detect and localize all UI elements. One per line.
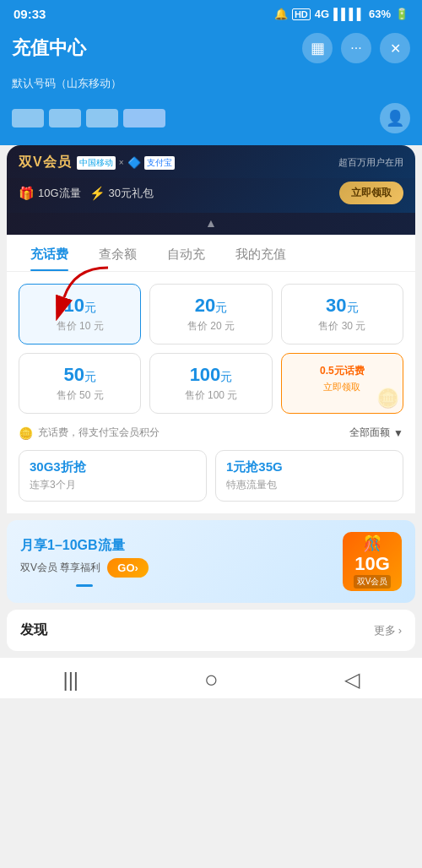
monthly-banner: 月享1–10GB流量 双V会员 尊享福利 GO› 🎊 10G 双V会员 [7, 520, 415, 603]
benefit-coupon-label: 30元礼包 [109, 186, 154, 201]
signal-icon: ▌▌▌▌ [333, 8, 365, 20]
vip-left: 双V会员 中国移动 × 🔷 支付宝 [19, 154, 175, 171]
vip-tag: 双V会员 [19, 154, 72, 171]
page-title: 充值中心 [12, 35, 86, 61]
coin-icon: 🪙 [376, 388, 399, 410]
monthly-title: 月享1–10GB流量 [20, 537, 149, 555]
amount-100[interactable]: 100元 售价 100 元 [149, 353, 272, 414]
monthly-left: 月享1–10GB流量 双V会员 尊享福利 GO› [20, 537, 149, 587]
points-left: 🪙 充话费，得支付宝会员积分 [19, 426, 160, 440]
amount-10[interactable]: 10元 售价 10 元 [19, 284, 141, 344]
person-icon: 👤 [386, 109, 404, 127]
amounts-section: 10元 售价 10 元 20元 售价 20 元 30元 售价 30 元 [7, 272, 415, 420]
amounts-grid: 10元 售价 10 元 20元 售价 20 元 30元 售价 30 元 [7, 272, 415, 420]
close-icon: ✕ [390, 41, 401, 57]
amount-20[interactable]: 20元 售价 20 元 [149, 284, 272, 344]
chevron-up-icon: ▲ [205, 216, 217, 230]
monthly-sub: 双V会员 尊享福利 GO› [20, 558, 149, 578]
coupon-icon: ⚡ [89, 186, 106, 201]
status-bar: 09:33 🔔 HD 4G ▌▌▌▌ 63% 🔋 [0, 0, 422, 26]
tab-recharge[interactable]: 充话费 [15, 235, 84, 271]
points-note: 🪙 充话费，得支付宝会员积分 全部面额 ▼ [7, 420, 415, 447]
collapse-row[interactable]: ▲ [7, 213, 415, 235]
avatar-button[interactable]: 👤 [380, 103, 410, 133]
claim-button[interactable]: 立即领取 [339, 182, 403, 204]
cross-icon: × [119, 158, 124, 167]
alarm-icon: 🔔 [274, 8, 288, 20]
more-icon: ··· [350, 41, 361, 56]
more-button[interactable]: ··· [341, 33, 371, 63]
more-link[interactable]: 更多 › [374, 623, 402, 638]
sub-header: 默认号码（山东移动） [0, 73, 422, 98]
tab-my-recharge[interactable]: 我的充值 [220, 235, 301, 271]
amount-value: 10元 [26, 295, 133, 317]
phone-block-2 [49, 109, 81, 127]
amount-special[interactable]: 0.5元话费 立即领取 🪙 [281, 353, 403, 414]
hd-badge: HD [292, 8, 311, 20]
amount-value-20: 20元 [157, 295, 264, 317]
gift-icon: 🎁 [19, 186, 35, 201]
amount-value-30: 30元 [289, 295, 396, 317]
page-indicator [20, 584, 149, 587]
discover-section: 发现 更多 › [7, 610, 415, 651]
phone-block-1 [12, 109, 44, 127]
phone-digits [12, 109, 165, 127]
benefits-row: 🎁 10G流量 ⚡ 30元礼包 立即领取 [7, 178, 415, 213]
tab-auto[interactable]: 自动充 [152, 235, 220, 271]
data-pkg-1[interactable]: 30G3折抢 连享3个月 [19, 450, 207, 502]
header: 充值中心 ▦ ··· ✕ [0, 26, 422, 73]
header-actions: ▦ ··· ✕ [302, 33, 410, 63]
battery-icon: 🔋 [395, 8, 408, 20]
network-icon: 4G [315, 8, 329, 20]
amount-value-50: 50元 [26, 364, 133, 386]
benefit-traffic-label: 10G流量 [38, 186, 81, 201]
alipay-logo: 支付宝 [144, 156, 175, 170]
benefit-coupon: ⚡ 30元礼包 [89, 186, 154, 201]
benefit-traffic: 🎁 10G流量 [19, 186, 81, 201]
close-button[interactable]: ✕ [380, 33, 410, 63]
qr-icon: ▦ [311, 39, 325, 57]
gift-decoration: 🎊 [363, 534, 381, 553]
status-time: 09:33 [14, 7, 46, 21]
bottom-nav: ||| ○ ◁ [0, 658, 422, 698]
tabs: 充话费 查余额 自动充 我的充值 [7, 235, 415, 272]
tab-balance[interactable]: 查余额 [84, 235, 152, 271]
main-card: 双V会员 中国移动 × 🔷 支付宝 超百万用户在用 🎁 10G流量 ⚡ 30元礼… [7, 145, 415, 513]
phone-number-row: 👤 [0, 98, 422, 145]
all-amounts-link[interactable]: 全部面额 ▼ [349, 426, 403, 440]
vip-logos: 中国移动 × 🔷 支付宝 [77, 156, 175, 170]
discover-title: 发现 [20, 621, 47, 639]
phone-block-3 [86, 109, 118, 127]
china-mobile-logo: 中国移动 [77, 156, 116, 170]
vip-user-count: 超百万用户在用 [338, 156, 403, 169]
package-visual: 🎊 10G 双V会员 [343, 532, 402, 591]
points-text: 充话费，得支付宝会员积分 [38, 426, 160, 440]
qr-button[interactable]: ▦ [302, 33, 333, 63]
data-pkg-2[interactable]: 1元抢35G 特惠流量包 [215, 450, 403, 502]
battery-percent: 63% [369, 8, 391, 20]
data-packages: 30G3折抢 连享3个月 1元抢35G 特惠流量包 [7, 447, 415, 513]
home-nav-icon[interactable]: ○ [204, 666, 219, 693]
default-number-label: 默认号码（山东移动） [12, 77, 122, 90]
amount-value-100: 100元 [157, 364, 264, 386]
amount-30[interactable]: 30元 售价 30 元 [281, 284, 403, 344]
more-chevron-icon: › [398, 624, 402, 637]
back-nav-icon[interactable]: ◁ [344, 668, 360, 692]
chevron-down-icon: ▼ [393, 427, 403, 439]
status-icons: 🔔 HD 4G ▌▌▌▌ 63% 🔋 [274, 8, 408, 20]
vip-banner: 双V会员 中国移动 × 🔷 支付宝 超百万用户在用 [7, 145, 415, 178]
amount-50[interactable]: 50元 售价 50 元 [19, 353, 141, 414]
points-icon: 🪙 [19, 426, 33, 440]
phone-block-4 [123, 109, 165, 127]
monthly-right: 🎊 10G 双V会员 [343, 532, 402, 591]
alipay-icon: 🔷 [127, 156, 141, 169]
menu-nav-icon[interactable]: ||| [62, 668, 78, 692]
go-button[interactable]: GO› [107, 558, 149, 578]
